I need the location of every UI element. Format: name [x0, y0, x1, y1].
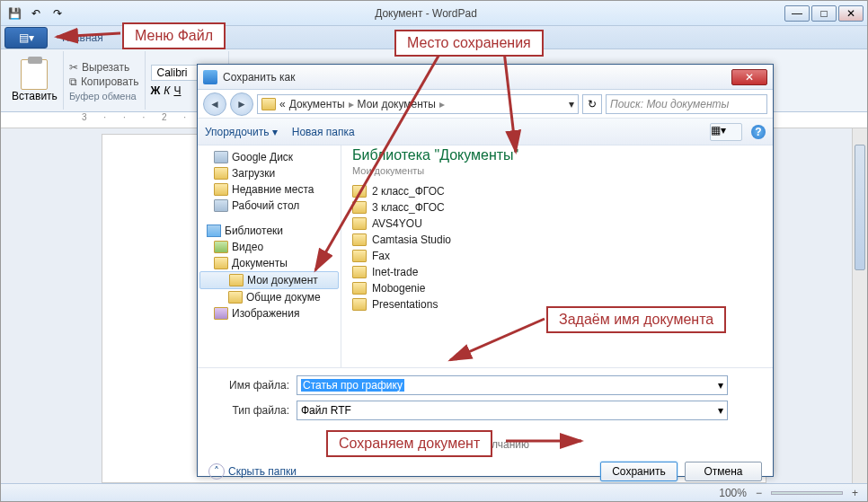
- anno-save-location: Место сохранения: [394, 30, 544, 57]
- filetype-combo[interactable]: Файл RTF▾: [297, 401, 728, 420]
- views-button[interactable]: ▦▾: [710, 123, 742, 141]
- zoom-value: 100%: [719, 487, 747, 499]
- filename-input[interactable]: Статья про графику▾: [297, 375, 728, 395]
- address-bar[interactable]: « Документы▸ Мои документы▸ ▾: [257, 94, 579, 114]
- search-input[interactable]: Поиск: Мои документы: [606, 94, 767, 114]
- dialog-title: Сохранить как: [223, 71, 731, 84]
- zoom-in-button[interactable]: +: [852, 487, 858, 499]
- list-item: 3 класс_ФГОС: [352, 199, 762, 216]
- underline-button[interactable]: Ч: [173, 84, 181, 97]
- anno-set-name: Задаём имя документа: [546, 306, 726, 333]
- list-item: Inet-trade: [352, 264, 762, 280]
- organize-menu[interactable]: Упорядочить ▾: [205, 126, 278, 138]
- file-menu-button[interactable]: ▤▾: [4, 27, 48, 48]
- scrollbar-vertical[interactable]: [852, 128, 867, 483]
- paste-icon[interactable]: [21, 59, 48, 90]
- list-item: Camtasia Studio: [352, 232, 762, 248]
- bold-button[interactable]: Ж: [151, 84, 161, 97]
- save-button[interactable]: Сохранить: [600, 462, 678, 481]
- dialog-close-button[interactable]: ✕: [731, 69, 767, 85]
- nav-back-button[interactable]: ◄: [203, 92, 226, 116]
- file-list[interactable]: Упорядочить: Папка ▾ Библиотека "Докумен…: [341, 145, 773, 367]
- clipboard-group-label: Буфер обмена: [69, 91, 137, 101]
- help-icon[interactable]: ?: [751, 125, 766, 139]
- dialog-icon: [203, 70, 217, 84]
- hide-folders-button[interactable]: ˄ Скрыть папки: [208, 463, 297, 480]
- minimize-button[interactable]: —: [784, 5, 810, 22]
- anno-menu-file: Меню Файл: [122, 22, 226, 49]
- italic-button[interactable]: К: [164, 84, 170, 97]
- zoom-slider[interactable]: [771, 491, 843, 495]
- cancel-button[interactable]: Отмена: [685, 462, 762, 481]
- close-button[interactable]: ✕: [838, 5, 864, 22]
- maximize-button[interactable]: □: [811, 5, 837, 22]
- library-header: Библиотека "Документы": [352, 147, 762, 163]
- nav-forward-button[interactable]: ►: [230, 92, 253, 116]
- list-item: AVS4YOU: [352, 216, 762, 232]
- list-item: Mobogenie: [352, 280, 762, 296]
- qat-undo-icon[interactable]: ↶: [26, 4, 46, 23]
- new-folder-button[interactable]: Новая папка: [292, 126, 355, 138]
- qat-redo-icon[interactable]: ↷: [48, 4, 67, 23]
- paste-label: Вставить: [12, 90, 58, 102]
- tree-item-mydocs[interactable]: Мои документ: [199, 271, 339, 289]
- chevron-up-icon: ˄: [208, 463, 225, 480]
- library-subheader: Мои документы: [352, 165, 762, 176]
- copy-button[interactable]: ⧉ Копировать: [69, 75, 139, 89]
- window-title: Документ - WordPad: [67, 7, 784, 20]
- save-as-dialog: Сохранить как ✕ ◄ ► « Документы▸ Мои док…: [197, 64, 774, 477]
- filename-label: Имя файла:: [208, 379, 289, 392]
- zoom-out-button[interactable]: −: [756, 487, 762, 499]
- qat-save-icon[interactable]: 💾: [4, 4, 24, 23]
- tab-home[interactable]: Главная: [51, 28, 114, 48]
- filetype-label: Тип файла:: [208, 404, 289, 417]
- list-item: Fax: [352, 248, 762, 264]
- list-item: 2 класс_ФГОС: [352, 183, 762, 199]
- drive-icon: [214, 151, 228, 163]
- anno-do-save: Сохраняем документ: [326, 430, 492, 457]
- cut-button[interactable]: ✂ Вырезать: [69, 60, 129, 75]
- nav-tree[interactable]: Google Диск Загрузки Недавние места Рабо…: [198, 145, 341, 367]
- refresh-button[interactable]: ↻: [582, 94, 602, 114]
- folder-icon: [261, 98, 276, 110]
- library-icon: [207, 225, 221, 237]
